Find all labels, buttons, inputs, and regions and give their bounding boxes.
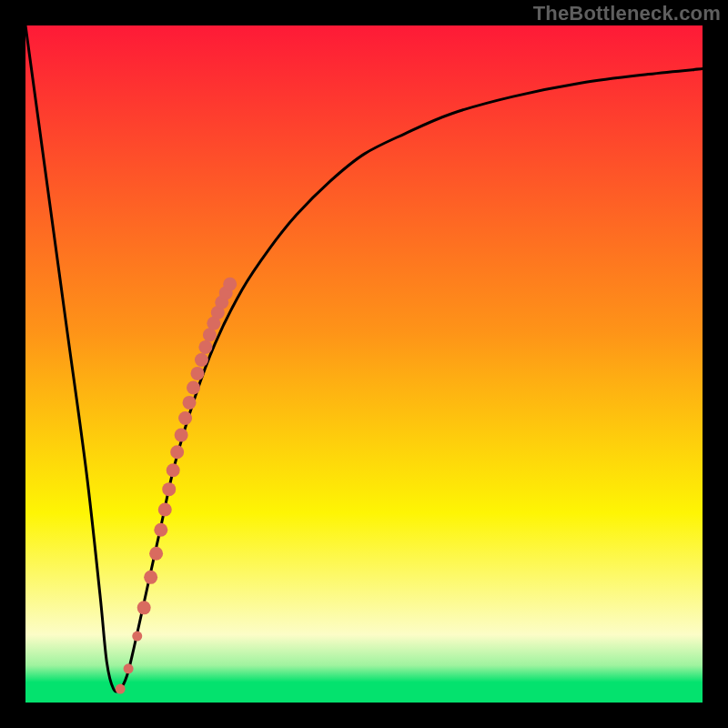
dot <box>162 482 176 496</box>
dot <box>124 663 134 673</box>
dot <box>195 353 208 367</box>
bottleneck-chart <box>0 0 728 728</box>
dot <box>190 367 204 380</box>
chart-frame: TheBottleneck.com <box>0 0 728 728</box>
dot <box>223 278 237 291</box>
dot <box>170 445 184 459</box>
dot <box>198 340 212 354</box>
watermark-text: TheBottleneck.com <box>533 2 721 25</box>
gradient-background <box>25 25 703 703</box>
dot <box>116 684 126 694</box>
dot <box>149 547 163 561</box>
dot <box>178 411 192 425</box>
dot <box>187 381 200 395</box>
dot <box>144 571 157 584</box>
dot <box>137 601 151 614</box>
dot <box>154 523 167 537</box>
dot <box>183 396 197 410</box>
dot <box>158 502 172 516</box>
dot <box>132 632 142 642</box>
dot <box>175 429 188 442</box>
dot <box>167 463 180 477</box>
